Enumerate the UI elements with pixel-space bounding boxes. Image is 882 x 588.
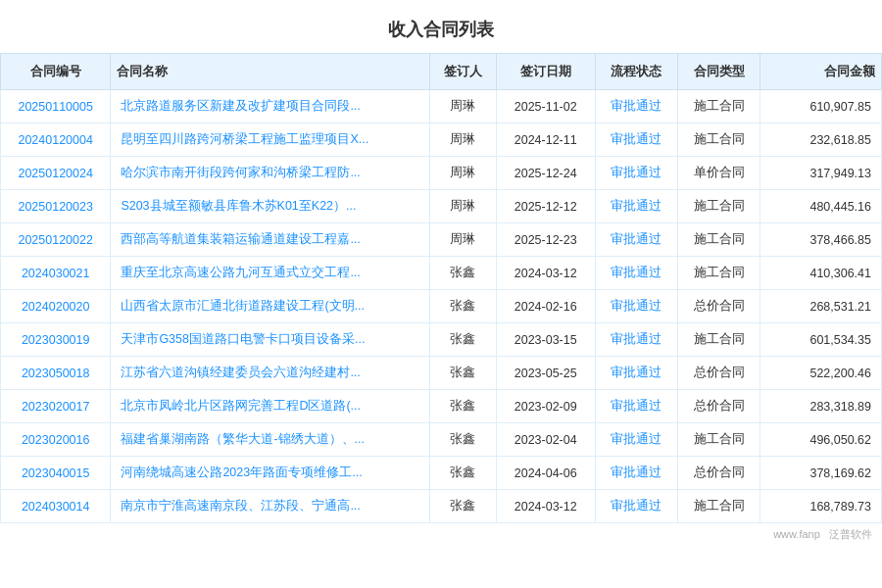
table-row: 20250120022西部高等航道集装箱运输通道建设工程嘉...周琳2025-1… bbox=[1, 223, 882, 257]
table-row: 2024020020山西省太原市汇通北街道路建设工程(文明...张鑫2024-0… bbox=[1, 290, 882, 323]
col-header-status: 流程状态 bbox=[595, 54, 677, 90]
contract-name-cell[interactable]: 天津市G358国道路口电警卡口项目设备采... bbox=[111, 323, 430, 357]
contract-name-cell[interactable]: 哈尔滨市南开街段跨何家和沟桥梁工程防... bbox=[111, 157, 430, 190]
contract-type-cell: 总价合同 bbox=[678, 457, 760, 490]
contract-amount-cell: 522,200.46 bbox=[760, 357, 882, 390]
contract-date-cell: 2023-02-04 bbox=[496, 423, 595, 457]
contract-id-cell[interactable]: 2023050018 bbox=[1, 357, 111, 390]
contract-status-cell: 审批通过 bbox=[595, 457, 677, 490]
contract-amount-cell: 610,907.85 bbox=[760, 90, 882, 123]
contract-signer-cell: 周琳 bbox=[430, 190, 496, 223]
contract-type-cell: 单价合同 bbox=[678, 157, 760, 190]
contract-type-cell: 施工合同 bbox=[678, 423, 760, 457]
contract-date-cell: 2025-12-24 bbox=[496, 157, 595, 190]
contract-amount-cell: 480,445.16 bbox=[760, 190, 882, 223]
contract-status-cell: 审批通过 bbox=[595, 390, 677, 423]
col-header-id: 合同编号 bbox=[1, 54, 111, 90]
contract-amount-cell: 232,618.85 bbox=[760, 123, 882, 157]
watermark: www.fanp 泛普软件 bbox=[0, 523, 882, 542]
contract-amount-cell: 378,169.62 bbox=[760, 457, 882, 490]
contract-status-cell: 审批通过 bbox=[595, 357, 677, 390]
contract-id-cell[interactable]: 2023040015 bbox=[1, 457, 111, 490]
contract-type-cell: 总价合同 bbox=[678, 390, 760, 423]
col-header-date: 签订日期 bbox=[496, 54, 595, 90]
contract-date-cell: 2023-02-09 bbox=[496, 390, 595, 423]
contract-name-cell[interactable]: 北京路道服务区新建及改扩建项目合同段... bbox=[111, 90, 430, 123]
contract-date-cell: 2024-12-11 bbox=[496, 123, 595, 157]
contract-signer-cell: 张鑫 bbox=[430, 257, 496, 290]
contract-amount-cell: 601,534.35 bbox=[760, 323, 882, 357]
contract-id-cell[interactable]: 2024030021 bbox=[1, 257, 111, 290]
col-header-signer: 签订人 bbox=[430, 54, 496, 90]
contract-id-cell[interactable]: 2023020017 bbox=[1, 390, 111, 423]
table-row: 2023050018江苏省六道沟镇经建委员会六道沟经建村...张鑫2023-05… bbox=[1, 357, 882, 390]
contract-signer-cell: 张鑫 bbox=[430, 290, 496, 323]
contract-name-cell[interactable]: 福建省巢湖南路（繁华大道-锦绣大道）、... bbox=[111, 423, 430, 457]
contract-id-cell[interactable]: 2023030019 bbox=[1, 323, 111, 357]
table-row: 20250120023S203县城至额敏县库鲁木苏K01至K22）...周琳20… bbox=[1, 190, 882, 223]
contract-name-cell[interactable]: 南京市宁淮高速南京段、江苏段、宁通高... bbox=[111, 490, 430, 523]
contract-id-cell[interactable]: 20250120024 bbox=[1, 157, 111, 190]
contracts-table: 合同编号 合同名称 签订人 签订日期 流程状态 合同类型 合同金额 202501… bbox=[0, 53, 882, 523]
contract-signer-cell: 张鑫 bbox=[430, 357, 496, 390]
contract-date-cell: 2024-02-16 bbox=[496, 290, 595, 323]
contract-status-cell: 审批通过 bbox=[595, 123, 677, 157]
contract-type-cell: 施工合同 bbox=[678, 223, 760, 257]
page-container: 收入合同列表 合同编号 合同名称 签订人 签订日期 流程状态 合同类型 合同金额… bbox=[0, 0, 882, 588]
contract-date-cell: 2023-05-25 bbox=[496, 357, 595, 390]
contract-id-cell[interactable]: 20240120004 bbox=[1, 123, 111, 157]
contract-amount-cell: 410,306.41 bbox=[760, 257, 882, 290]
table-row: 2023040015河南绕城高速公路2023年路面专项维修工...张鑫2024-… bbox=[1, 457, 882, 490]
contract-signer-cell: 周琳 bbox=[430, 223, 496, 257]
contract-status-cell: 审批通过 bbox=[595, 257, 677, 290]
contract-id-cell[interactable]: 20250110005 bbox=[1, 90, 111, 123]
contract-signer-cell: 张鑫 bbox=[430, 323, 496, 357]
table-row: 2024030021重庆至北京高速公路九河互通式立交工程...张鑫2024-03… bbox=[1, 257, 882, 290]
table-row: 20250110005北京路道服务区新建及改扩建项目合同段...周琳2025-1… bbox=[1, 90, 882, 123]
contract-status-cell: 审批通过 bbox=[595, 90, 677, 123]
table-row: 2024030014南京市宁淮高速南京段、江苏段、宁通高...张鑫2024-03… bbox=[1, 490, 882, 523]
contract-type-cell: 施工合同 bbox=[678, 90, 760, 123]
contract-id-cell[interactable]: 2024030014 bbox=[1, 490, 111, 523]
contract-type-cell: 总价合同 bbox=[678, 290, 760, 323]
watermark-text: www.fanp 泛普软件 bbox=[773, 528, 872, 540]
contract-name-cell[interactable]: 西部高等航道集装箱运输通道建设工程嘉... bbox=[111, 223, 430, 257]
contract-signer-cell: 张鑫 bbox=[430, 423, 496, 457]
contract-name-cell[interactable]: 山西省太原市汇通北街道路建设工程(文明... bbox=[111, 290, 430, 323]
contract-date-cell: 2024-04-06 bbox=[496, 457, 595, 490]
contract-name-cell[interactable]: 重庆至北京高速公路九河互通式立交工程... bbox=[111, 257, 430, 290]
contract-status-cell: 审批通过 bbox=[595, 157, 677, 190]
table-row: 20240120004昆明至四川路跨河桥梁工程施工监理项目X...周琳2024-… bbox=[1, 123, 882, 157]
contract-date-cell: 2023-03-15 bbox=[496, 323, 595, 357]
contract-name-cell[interactable]: S203县城至额敏县库鲁木苏K01至K22）... bbox=[111, 190, 430, 223]
contract-date-cell: 2025-12-23 bbox=[496, 223, 595, 257]
contract-id-cell[interactable]: 2023020016 bbox=[1, 423, 111, 457]
contract-status-cell: 审批通过 bbox=[595, 323, 677, 357]
contract-type-cell: 总价合同 bbox=[678, 357, 760, 390]
contract-date-cell: 2024-03-12 bbox=[496, 257, 595, 290]
contract-status-cell: 审批通过 bbox=[595, 223, 677, 257]
contract-name-cell[interactable]: 北京市凤岭北片区路网完善工程D区道路(... bbox=[111, 390, 430, 423]
table-row: 2023020017北京市凤岭北片区路网完善工程D区道路(...张鑫2023-0… bbox=[1, 390, 882, 423]
col-header-type: 合同类型 bbox=[678, 54, 760, 90]
contract-amount-cell: 268,531.21 bbox=[760, 290, 882, 323]
contract-date-cell: 2024-03-12 bbox=[496, 490, 595, 523]
contract-status-cell: 审批通过 bbox=[595, 190, 677, 223]
contract-id-cell[interactable]: 20250120022 bbox=[1, 223, 111, 257]
contract-name-cell[interactable]: 昆明至四川路跨河桥梁工程施工监理项目X... bbox=[111, 123, 430, 157]
contract-date-cell: 2025-12-12 bbox=[496, 190, 595, 223]
contract-signer-cell: 张鑫 bbox=[430, 390, 496, 423]
contract-amount-cell: 317,949.13 bbox=[760, 157, 882, 190]
contract-name-cell[interactable]: 河南绕城高速公路2023年路面专项维修工... bbox=[111, 457, 430, 490]
contract-id-cell[interactable]: 20250120023 bbox=[1, 190, 111, 223]
page-title: 收入合同列表 bbox=[0, 0, 882, 53]
table-row: 20250120024哈尔滨市南开街段跨何家和沟桥梁工程防...周琳2025-1… bbox=[1, 157, 882, 190]
contract-status-cell: 审批通过 bbox=[595, 490, 677, 523]
contract-status-cell: 审批通过 bbox=[595, 423, 677, 457]
contract-id-cell[interactable]: 2024020020 bbox=[1, 290, 111, 323]
contract-amount-cell: 168,789.73 bbox=[760, 490, 882, 523]
contract-name-cell[interactable]: 江苏省六道沟镇经建委员会六道沟经建村... bbox=[111, 357, 430, 390]
table-row: 2023030019天津市G358国道路口电警卡口项目设备采...张鑫2023-… bbox=[1, 323, 882, 357]
col-header-name: 合同名称 bbox=[111, 54, 430, 90]
contract-amount-cell: 283,318.89 bbox=[760, 390, 882, 423]
